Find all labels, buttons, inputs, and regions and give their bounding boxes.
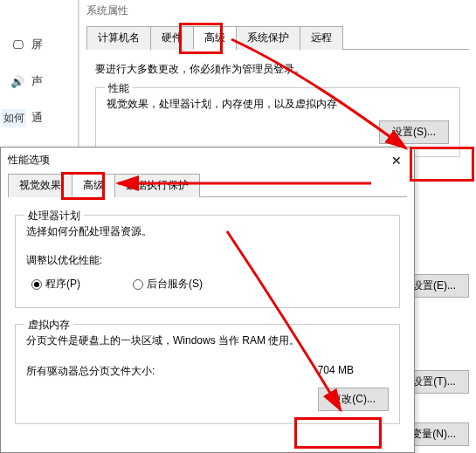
change-button[interactable]: 更改(C)...	[318, 388, 389, 411]
settings-s-button[interactable]: 设置(S)...	[379, 120, 449, 144]
radio-label: 程序(P)	[45, 277, 80, 292]
perfopt-tabstrip: 视觉效果 高级 数据执行保护	[8, 173, 407, 197]
tab-system-protection[interactable]: 系统保护	[236, 26, 300, 50]
radio-dot-icon	[133, 279, 143, 290]
sidebar-item-label: 通	[31, 110, 43, 126]
tab-visual-effects[interactable]: 视觉效果	[8, 174, 72, 197]
vm-total-label: 所有驱动器总分页文件大小:	[26, 364, 155, 379]
close-button[interactable]: ✕	[386, 154, 407, 168]
window-title: 系统属性	[79, 0, 476, 22]
sidebar-item-sound[interactable]: 🔊 声	[0, 63, 78, 100]
radio-dot-icon	[31, 279, 42, 290]
sysprops-tabstrip: 计算机名 硬件 高级 系统保护 远程	[86, 25, 469, 50]
radio-programs[interactable]: 程序(P)	[31, 277, 80, 292]
tab-dep[interactable]: 数据执行保护	[114, 174, 200, 197]
group-legend: 处理器计划	[24, 209, 84, 223]
group-legend: 虚拟内存	[24, 318, 73, 333]
adjust-label: 调整以优化性能:	[26, 253, 389, 268]
sched-desc: 选择如何分配处理器资源。	[26, 224, 389, 239]
tab-advanced[interactable]: 高级	[72, 174, 115, 197]
tab-advanced[interactable]: 高级	[193, 26, 237, 50]
vm-total-value: 704 MB	[318, 364, 354, 379]
tab-remote[interactable]: 远程	[300, 26, 343, 50]
vm-desc: 分页文件是硬盘上的一块区域，Windows 当作 RAM 使用。	[26, 333, 389, 348]
radio-label: 后台服务(S)	[147, 277, 203, 292]
performance-desc: 视觉效果，处理器计划，内存使用，以及虚拟内存	[107, 97, 449, 112]
tab-computer-name[interactable]: 计算机名	[86, 26, 151, 50]
sidebar-item-label: 屏	[31, 37, 43, 52]
howto-fragment: 如何	[2, 109, 26, 127]
window-title: 性能选项	[8, 153, 50, 168]
sound-icon: 🔊	[9, 75, 26, 88]
display-icon: 🖵	[9, 38, 26, 51]
radio-background-services[interactable]: 后台服务(S)	[133, 277, 203, 292]
processor-scheduling-group: 处理器计划 选择如何分配处理器资源。 调整以优化性能: 程序(P) 后台服务(S…	[15, 215, 400, 308]
sidebar-item-label: 声	[31, 73, 43, 89]
group-legend: 性能	[105, 81, 133, 96]
sidebar-item-display[interactable]: 🖵 屏	[0, 26, 78, 63]
admin-note: 要进行大多数更改，你必须作为管理员登录。	[95, 62, 460, 77]
virtual-memory-group: 虚拟内存 分页文件是硬盘上的一块区域，Windows 当作 RAM 使用。 所有…	[15, 324, 400, 424]
performance-options-window: 性能选项 ✕ 视觉效果 高级 数据执行保护 处理器计划 选择如何分配处理器资源。…	[0, 147, 415, 453]
tab-hardware[interactable]: 硬件	[150, 26, 194, 50]
